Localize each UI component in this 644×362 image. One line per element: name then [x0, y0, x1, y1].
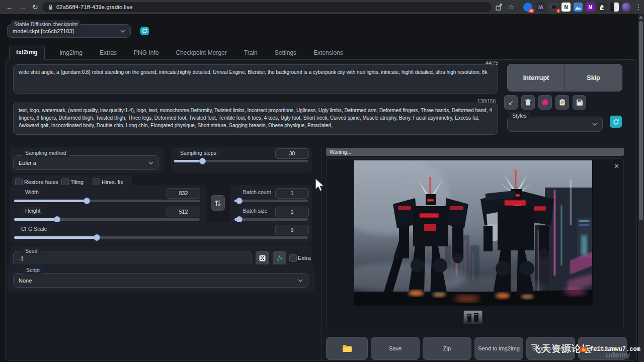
chevron-down-icon	[592, 123, 597, 126]
address-bar[interactable]: 02a56ff4-71ff-439e.gradio.live	[42, 2, 492, 12]
refresh-icon	[142, 28, 147, 34]
height-slider[interactable]	[14, 218, 200, 221]
extension-image-icon[interactable]	[574, 3, 583, 12]
restore-faces-label: Restore faces	[24, 179, 58, 185]
red-dot-icon	[542, 100, 548, 105]
recycle-icon	[276, 255, 283, 261]
swap-dimensions-button[interactable]	[211, 195, 225, 211]
profile-avatar[interactable]	[622, 3, 631, 12]
sampling-steps-label: Sampling steps	[177, 149, 219, 157]
height-input[interactable]: 512	[167, 207, 200, 217]
batch-count-slider[interactable]	[234, 200, 308, 202]
tab-bar: txt2img img2img Extras PNG Info Checkpoi…	[9, 45, 345, 60]
skip-button[interactable]: Skip	[565, 64, 622, 91]
save-button[interactable]: Save	[371, 337, 420, 360]
extension-ia-icon[interactable]: IA	[536, 3, 545, 12]
paste-generation-params-button[interactable]: ↙	[504, 95, 518, 110]
send-to-img2img-button[interactable]: Send to img2img	[474, 337, 523, 360]
slider-handle[interactable]	[84, 198, 90, 204]
tab-checkpoint-merger[interactable]: Checkpoint Merger	[174, 46, 228, 60]
open-folder-button[interactable]	[326, 337, 368, 360]
negative-prompt-textarea[interactable]: text, logo, watermark, (worst quality, l…	[13, 103, 498, 135]
tab-extras[interactable]: Extras	[98, 46, 119, 60]
refresh-checkpoint-button[interactable]	[140, 27, 149, 35]
scroll-up-arrow-icon[interactable]	[639, 16, 643, 19]
zip-button[interactable]: Zip	[423, 337, 471, 360]
slider-handle[interactable]	[199, 158, 206, 164]
generation-controls: Interrupt Skip	[507, 64, 622, 92]
tab-img2img[interactable]: img2img	[58, 46, 85, 60]
tab-extensions[interactable]: Extensions	[311, 46, 345, 60]
back-icon[interactable]: ←	[6, 2, 13, 12]
chevron-down-icon	[298, 279, 303, 282]
clear-prompt-button[interactable]	[521, 95, 535, 110]
forward-icon[interactable]: →	[19, 2, 26, 12]
arrow-down-left-icon: ↙	[508, 99, 513, 106]
interrupt-button[interactable]: Interrupt	[508, 64, 565, 91]
batch-count-label: Batch count	[240, 188, 274, 196]
extension-onenote-icon[interactable]: N	[586, 3, 595, 12]
share-icon[interactable]	[495, 3, 503, 11]
scrollbar-thumb[interactable]	[639, 21, 643, 220]
apply-style-button[interactable]	[555, 95, 569, 110]
generated-image[interactable]	[354, 160, 593, 306]
extension-badge: 1	[556, 9, 560, 13]
slider-handle[interactable]	[94, 234, 100, 241]
extension-camera-icon[interactable]: 1	[549, 3, 558, 12]
sampling-method-label: Sampling method	[22, 149, 69, 157]
cfg-scale-slider[interactable]	[14, 236, 308, 239]
reuse-seed-button[interactable]	[273, 251, 286, 265]
gallery-thumbnail[interactable]	[463, 310, 483, 324]
tab-png-info[interactable]: PNG Info	[132, 46, 160, 60]
prompt-textarea[interactable]: wide shot angle, a (gundam:0.8) robot st…	[13, 64, 498, 94]
checkpoint-label: Stable Diffusion checkpoint	[11, 20, 80, 28]
width-label: Width	[22, 188, 42, 196]
bookmark-star-icon[interactable]: ☆	[508, 2, 514, 12]
extension-notion-icon[interactable]: N	[561, 3, 571, 12]
height-label: Height	[22, 207, 43, 215]
script-label: Script	[23, 266, 43, 274]
clipboard-icon	[559, 99, 565, 106]
sampling-method-dropdown[interactable]: Euler a	[13, 155, 159, 170]
seed-input[interactable]: -1	[13, 251, 252, 265]
refresh-icon	[613, 119, 619, 125]
seed-label: Seed	[22, 247, 41, 255]
batch-size-label: Batch size	[240, 207, 270, 215]
width-slider[interactable]	[14, 200, 200, 202]
sampling-steps-slider[interactable]	[174, 160, 308, 162]
save-style-button[interactable]	[573, 95, 586, 110]
folder-icon	[343, 345, 352, 352]
extensions-puzzle-icon[interactable]	[598, 3, 607, 12]
chevron-down-icon	[148, 161, 153, 164]
chevron-down-icon	[120, 30, 125, 33]
extra-networks-button[interactable]	[538, 95, 552, 110]
browser-menu-icon[interactable]: ⋮	[635, 2, 642, 12]
tab-train[interactable]: Train	[242, 46, 260, 60]
url-text: 02a56ff4-71ff-439e.gradio.live	[56, 4, 133, 10]
sampling-steps-input[interactable]: 30	[275, 148, 309, 159]
tab-txt2img[interactable]: txt2img	[9, 45, 45, 60]
extension-contrast-icon[interactable]	[610, 3, 619, 12]
tiling-label: Tiling	[70, 179, 84, 185]
extension-badge: 20	[528, 9, 534, 13]
extension-blue-icon[interactable]: 20	[523, 3, 532, 12]
batch-size-slider[interactable]	[234, 218, 308, 221]
trash-icon	[525, 99, 531, 106]
close-icon[interactable]: ✕	[614, 163, 619, 169]
reload-icon[interactable]: ↻	[32, 2, 38, 12]
refresh-styles-button[interactable]	[610, 116, 622, 128]
extra-seed-checkbox[interactable]	[289, 254, 297, 262]
random-seed-button[interactable]	[256, 251, 269, 265]
slider-handle[interactable]	[236, 198, 243, 204]
cfg-scale-input[interactable]: 9	[275, 225, 309, 235]
batch-count-input[interactable]: 1	[275, 188, 309, 199]
script-dropdown[interactable]: None	[13, 273, 308, 288]
extra-seed-label: Extra	[298, 255, 311, 261]
column-divider	[321, 146, 322, 360]
watermark-brand-text: udemy	[606, 350, 630, 359]
batch-size-input[interactable]: 1	[275, 207, 309, 217]
dice-icon	[259, 255, 266, 261]
lock-icon	[48, 4, 53, 10]
tab-settings[interactable]: Settings	[273, 46, 298, 60]
width-input[interactable]: 832	[167, 188, 200, 199]
